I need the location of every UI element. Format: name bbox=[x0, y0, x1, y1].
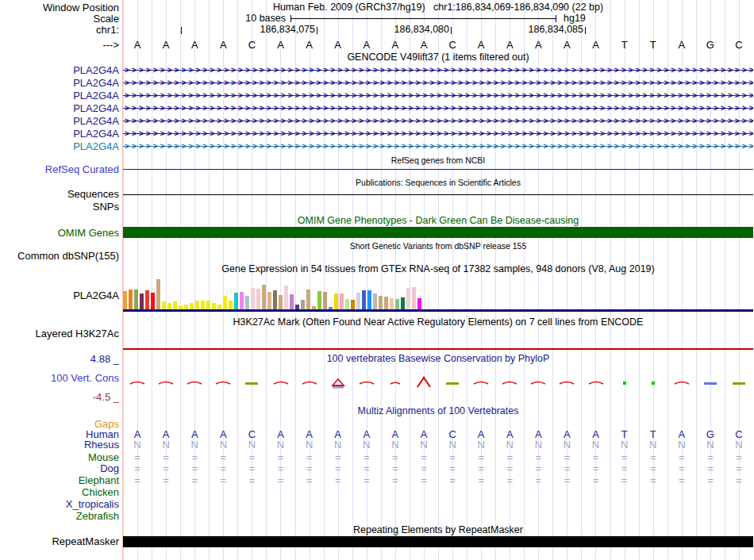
gtex-tissue-bar bbox=[401, 297, 405, 309]
layered-h3k27ac-label[interactable]: Layered H3K27Ac bbox=[0, 328, 119, 339]
alignment-cell: = bbox=[610, 452, 639, 463]
alignment-cell: = bbox=[266, 452, 294, 463]
sequence-base: A bbox=[381, 40, 410, 51]
species-label-x_tropicalis[interactable]: X_tropicalis bbox=[0, 499, 119, 510]
repeatmasker-element-bar[interactable] bbox=[123, 536, 753, 547]
phylop-mark-arc bbox=[352, 376, 381, 390]
gene-label-pla2g4a[interactable]: PLA2G4A bbox=[0, 103, 119, 114]
gtex-tissue-bar bbox=[245, 296, 249, 309]
gene-transcript-arrows[interactable]: >>>>>>>>>>>>>>>>>>>>>>>>>>>>>>>>>>>>>>>>… bbox=[123, 78, 753, 89]
gtex-tissue-bar bbox=[406, 288, 410, 309]
alignment-cell: = bbox=[667, 475, 696, 486]
gene-label-pla2g4a[interactable]: PLA2G4A bbox=[0, 78, 119, 89]
species-label-chicken[interactable]: Chicken bbox=[0, 487, 119, 498]
species-label-dog[interactable]: Dog bbox=[0, 463, 119, 474]
strand-direction-label: ---> bbox=[0, 40, 119, 51]
alignment-cell: = bbox=[696, 475, 725, 486]
gtex-tissue-bar bbox=[373, 293, 377, 309]
gtex-tissue-bar bbox=[229, 301, 233, 309]
strand-arrow-icons: >>>>>>>>>>>>>>>>>>>>>>>>>>>>>>>>>>>>>>>>… bbox=[125, 103, 753, 113]
ruler-tick bbox=[585, 27, 586, 34]
sequences-track-line[interactable] bbox=[123, 194, 753, 195]
gtex-gene-label[interactable]: PLA2G4A bbox=[0, 290, 119, 301]
ruler-label: 186,834,080 bbox=[370, 25, 449, 35]
gene-transcript-arrows[interactable]: >>>>>>>>>>>>>>>>>>>>>>>>>>>>>>>>>>>>>>>>… bbox=[123, 128, 753, 140]
gene-transcript-arrows[interactable]: >>>>>>>>>>>>>>>>>>>>>>>>>>>>>>>>>>>>>>>>… bbox=[123, 65, 753, 76]
omim-gene-bar[interactable] bbox=[123, 227, 753, 238]
chrom-label: chr1: bbox=[0, 25, 119, 36]
species-label-mouse[interactable]: Mouse bbox=[0, 452, 119, 463]
snps-label[interactable]: SNPs bbox=[0, 201, 119, 213]
refseq-track-line[interactable] bbox=[123, 169, 753, 170]
alignment-cell: N bbox=[610, 439, 639, 451]
alignment-cell: = bbox=[639, 463, 667, 474]
scale-bar bbox=[290, 15, 556, 22]
sequence-base: T bbox=[639, 40, 667, 51]
omim-track-title: OMIM Gene Phenotypes - Dark Green Can Be… bbox=[123, 216, 753, 226]
h3k27ac-signal-line[interactable] bbox=[123, 348, 753, 350]
alignment-cell: = bbox=[266, 475, 294, 486]
phylop-mark-arc bbox=[467, 376, 495, 390]
gene-transcript-arrows[interactable]: >>>>>>>>>>>>>>>>>>>>>>>>>>>>>>>>>>>>>>>>… bbox=[123, 141, 753, 152]
gtex-tissue-bar bbox=[134, 290, 138, 309]
conservation-wiggle[interactable] bbox=[123, 376, 753, 390]
alignment-cell: N bbox=[725, 439, 753, 451]
alignment-row-elephant[interactable]: ====================== bbox=[123, 475, 753, 486]
alignment-cell: = bbox=[152, 475, 180, 486]
phylop-mark-arc bbox=[295, 376, 324, 390]
phylop-mark-olive bbox=[725, 376, 753, 390]
gene-label-pla2g4a[interactable]: PLA2G4A bbox=[0, 116, 119, 127]
common-dbsnp-label[interactable]: Common dbSNP(155) bbox=[0, 251, 119, 262]
sequences-label[interactable]: Sequences bbox=[0, 189, 119, 200]
alignment-cell: = bbox=[725, 452, 753, 463]
alignment-cell: = bbox=[610, 463, 639, 474]
alignment-cell: = bbox=[582, 452, 610, 463]
omim-genes-label[interactable]: OMIM Genes bbox=[0, 228, 119, 239]
alignment-cell: = bbox=[381, 452, 410, 463]
gtex-tissue-bar bbox=[279, 295, 283, 309]
gene-label-pla2g4a[interactable]: PLA2G4A bbox=[0, 65, 119, 76]
repeatmasker-label[interactable]: RepeatMasker bbox=[0, 536, 119, 547]
alignment-row-rhesus[interactable]: NNNNNNNNNNNNNNNNNNNNNN bbox=[123, 439, 753, 451]
species-label-elephant[interactable]: Elephant bbox=[0, 475, 119, 486]
species-label-zebrafish[interactable]: Zebrafish bbox=[0, 511, 119, 522]
gtex-tissue-bar bbox=[345, 299, 349, 309]
gene-transcript-arrows[interactable]: >>>>>>>>>>>>>>>>>>>>>>>>>>>>>>>>>>>>>>>>… bbox=[123, 103, 753, 114]
cons-scale-max: 4.88 _ bbox=[0, 354, 119, 365]
gtex-tissue-bar bbox=[156, 279, 160, 309]
sequence-base: A bbox=[209, 40, 237, 51]
gene-label-pla2g4a[interactable]: PLA2G4A bbox=[0, 128, 119, 140]
gene-transcript-arrows[interactable]: >>>>>>>>>>>>>>>>>>>>>>>>>>>>>>>>>>>>>>>>… bbox=[123, 90, 753, 102]
alignment-cell: = bbox=[467, 463, 495, 474]
alignment-cell: = bbox=[381, 475, 410, 486]
gtex-tissue-bar bbox=[240, 292, 244, 309]
gtex-tissue-bar bbox=[267, 292, 271, 309]
gtex-tissue-bar bbox=[234, 293, 238, 309]
alignment-cell: = bbox=[696, 463, 725, 474]
gtex-tissue-bar bbox=[301, 300, 305, 309]
gene-label-pla2g4a[interactable]: PLA2G4A bbox=[0, 90, 119, 102]
species-label-rhesus[interactable]: Rhesus bbox=[0, 439, 119, 451]
alignment-cell: N bbox=[467, 439, 495, 451]
gtex-tissue-bar bbox=[362, 290, 366, 309]
vert-cons-label[interactable]: 100 Vert. Cons bbox=[0, 373, 119, 384]
sequence-base: G bbox=[696, 40, 725, 51]
window-position-title: Human Feb. 2009 (GRCh37/hg19) chr1:186,8… bbox=[123, 2, 753, 13]
alignment-cell: = bbox=[180, 463, 209, 474]
alignment-row-human[interactable]: AAAACAAAAAACAAAAATTAGC bbox=[123, 429, 753, 440]
refseq-curated-label[interactable]: RefSeq Curated bbox=[0, 164, 119, 175]
sequence-base: A bbox=[582, 40, 610, 51]
alignment-row-dog[interactable]: ====================== bbox=[123, 463, 753, 474]
phylop-mark-arc bbox=[667, 376, 696, 390]
ruler-label: 186,834,085 bbox=[504, 25, 583, 35]
alignment-cell: = bbox=[495, 475, 524, 486]
gene-transcript-arrows[interactable]: >>>>>>>>>>>>>>>>>>>>>>>>>>>>>>>>>>>>>>>>… bbox=[123, 116, 753, 127]
alignment-cell: = bbox=[209, 475, 237, 486]
alignment-row-mouse[interactable]: ====================== bbox=[123, 452, 753, 463]
strand-arrow-icons: >>>>>>>>>>>>>>>>>>>>>>>>>>>>>>>>>>>>>>>>… bbox=[125, 128, 753, 139]
phylop-mark-dot bbox=[610, 376, 639, 390]
gene-label-pla2g4a[interactable]: PLA2G4A bbox=[0, 141, 119, 152]
alignment-cell: = bbox=[667, 452, 696, 463]
gtex-tissue-bar bbox=[273, 290, 277, 309]
reference-sequence-row[interactable]: AAAACAAAAAACAAAAATTAGC bbox=[123, 40, 753, 51]
